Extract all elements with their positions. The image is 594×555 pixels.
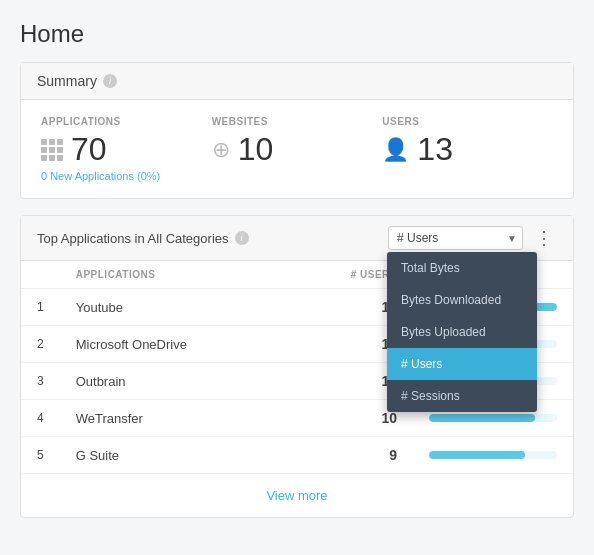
rank-cell: 4 xyxy=(21,400,60,437)
stat-value-row-users: 👤 13 xyxy=(382,131,553,168)
bar-fill xyxy=(429,414,535,422)
metric-dropdown[interactable]: Total Bytes Bytes Downloaded Bytes Uploa… xyxy=(388,226,523,250)
stat-value-row-websites: ⊕ 10 xyxy=(212,131,383,168)
grid-icon xyxy=(41,139,63,161)
rank-cell: 1 xyxy=(21,289,60,326)
metric-dropdown-wrapper: Total Bytes Bytes Downloaded Bytes Uploa… xyxy=(388,226,523,250)
page-container: Home Summary i APPLICATIONS 70 0 New App… xyxy=(0,0,594,528)
stat-websites: WEBSITES ⊕ 10 xyxy=(212,116,383,182)
stat-label-applications: APPLICATIONS xyxy=(41,116,212,127)
rank-cell: 3 xyxy=(21,363,60,400)
page-title: Home xyxy=(20,20,574,48)
bar-fill xyxy=(429,451,525,459)
app-name-cell: G Suite xyxy=(60,437,333,474)
view-more-link[interactable]: View more xyxy=(266,488,327,503)
stat-applications: APPLICATIONS 70 0 New Applications (0%) xyxy=(41,116,212,182)
stat-label-websites: WEBSITES xyxy=(212,116,383,127)
view-more-row: View more xyxy=(21,473,573,517)
stat-number-websites: 10 xyxy=(238,131,274,168)
user-icon: 👤 xyxy=(382,137,409,163)
app-name-cell: WeTransfer xyxy=(60,400,333,437)
users-cell: 9 xyxy=(333,437,413,474)
top-apps-title: Top Applications in All Categories i xyxy=(37,231,249,246)
summary-title: Summary xyxy=(37,73,97,89)
dropdown-menu: Total Bytes Bytes Downloaded Bytes Uploa… xyxy=(387,252,537,412)
app-name-cell: Youtube xyxy=(60,289,333,326)
dropdown-item-bytes-uploaded[interactable]: Bytes Uploaded xyxy=(387,316,537,348)
app-name-cell: Outbrain xyxy=(60,363,333,400)
header-controls: Total Bytes Bytes Downloaded Bytes Uploa… xyxy=(388,226,557,250)
table-row: 5 G Suite 9 xyxy=(21,437,573,474)
globe-icon: ⊕ xyxy=(212,137,230,163)
dropdown-item-sessions[interactable]: # Sessions xyxy=(387,380,537,412)
dropdown-item-bytes-downloaded[interactable]: Bytes Downloaded xyxy=(387,284,537,316)
stat-number-users: 13 xyxy=(417,131,453,168)
stat-label-users: USERS xyxy=(382,116,553,127)
bar-background xyxy=(429,414,557,422)
info-icon[interactable]: i xyxy=(103,74,117,88)
dropdown-item-users[interactable]: # Users xyxy=(387,348,537,380)
top-apps-info-icon[interactable]: i xyxy=(235,231,249,245)
app-name-cell: Microsoft OneDrive xyxy=(60,326,333,363)
dropdown-item-total-bytes[interactable]: Total Bytes xyxy=(387,252,537,284)
more-options-button[interactable]: ⋮ xyxy=(531,227,557,249)
col-rank xyxy=(21,261,60,289)
top-apps-title-text: Top Applications in All Categories xyxy=(37,231,229,246)
summary-card: Summary i APPLICATIONS 70 0 New Applicat… xyxy=(20,62,574,199)
bar-cell xyxy=(413,437,573,474)
stat-value-row-applications: 70 xyxy=(41,131,212,168)
stat-users: USERS 👤 13 xyxy=(382,116,553,182)
stat-number-applications: 70 xyxy=(71,131,107,168)
col-applications: APPLICATIONS xyxy=(60,261,333,289)
top-apps-card: Top Applications in All Categories i Tot… xyxy=(20,215,574,518)
bar-background xyxy=(429,451,557,459)
summary-header: Summary i xyxy=(21,63,573,100)
rank-cell: 2 xyxy=(21,326,60,363)
stat-sub-applications: 0 New Applications (0%) xyxy=(41,170,212,182)
summary-stats: APPLICATIONS 70 0 New Applications (0%) … xyxy=(21,100,573,198)
top-apps-header: Top Applications in All Categories i Tot… xyxy=(21,216,573,261)
rank-cell: 5 xyxy=(21,437,60,474)
